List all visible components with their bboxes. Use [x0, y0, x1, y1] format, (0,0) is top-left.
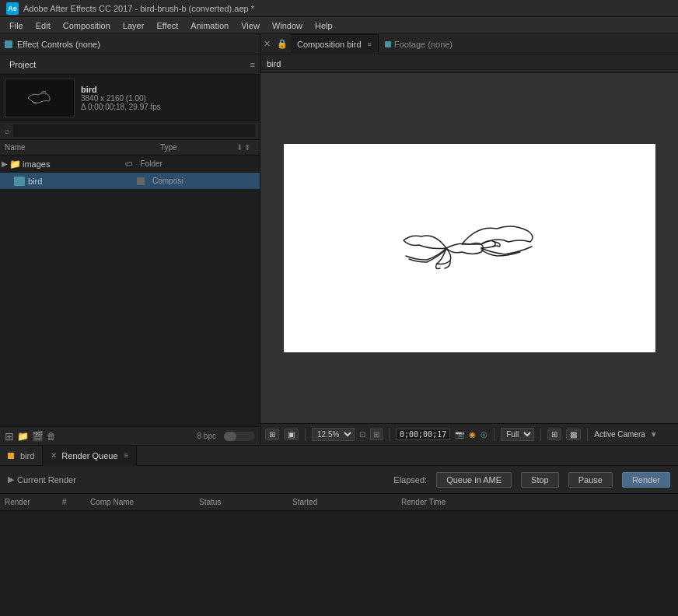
- render-table-header: Render # Comp Name Status Started Render…: [0, 494, 678, 511]
- separator-5: [587, 429, 588, 441]
- quality-select[interactable]: Full: [501, 428, 534, 441]
- menu-bar: File Edit Composition Layer Effect Anima…: [0, 17, 678, 34]
- render-btn[interactable]: Render: [622, 472, 670, 488]
- col-num: #: [62, 498, 86, 506]
- project-expand-icon[interactable]: ≡: [250, 60, 255, 69]
- comp-type-icon: [137, 177, 145, 185]
- comp-name: bird: [28, 177, 131, 186]
- camera-icon[interactable]: 📷: [455, 430, 464, 439]
- col-status: Status: [194, 498, 288, 506]
- menu-composition[interactable]: Composition: [57, 17, 117, 34]
- elapsed-label-text: Elapsed:: [393, 475, 427, 485]
- comp-bird-inner-tab: bird: [260, 54, 678, 73]
- thumbnail-info: bird 3840 x 2160 (1.00) Δ 0;00;00;18, 29…: [81, 85, 161, 111]
- stop-btn[interactable]: Stop: [521, 472, 559, 488]
- separator-2: [389, 429, 390, 441]
- active-camera-label: Active Camera: [594, 430, 645, 439]
- menu-effect[interactable]: Effect: [150, 17, 184, 34]
- project-item-resolution: 3840 x 2160 (1.00): [81, 94, 161, 103]
- delete-icon-btn[interactable]: 🗑: [47, 431, 56, 442]
- folder-tag-icon: 🏷: [125, 159, 133, 168]
- viewer-controls: ⊞ ▣ 12.5% ⊡ ⊞ 0;00;00;17 📷 ◉ ◎ Full ⊞ ▩ …: [260, 423, 678, 445]
- title-bar: Ae Adobe After Effects CC 2017 - bird-br…: [0, 0, 678, 17]
- render-table-body: [0, 511, 678, 616]
- folder-icon: 📁: [9, 159, 21, 170]
- close-panel-icon[interactable]: ✕: [260, 39, 274, 49]
- transparency-btn[interactable]: ▩: [566, 429, 581, 440]
- comp-icon: [14, 177, 25, 186]
- project-panel-header: Project ≡: [0, 54, 260, 75]
- search-input[interactable]: [13, 124, 255, 137]
- left-panel-bottom: ⊞ 📁 🎬 🗑 8 bpc: [0, 426, 260, 445]
- comp-footage-tabs: ✕ 🔒 Composition bird ≡ Footage (none): [260, 34, 678, 54]
- camera-dropdown-icon[interactable]: ▼: [650, 430, 658, 439]
- pause-btn[interactable]: Pause: [568, 472, 613, 488]
- col-header-type: Type: [156, 143, 236, 152]
- col-header-name: Name: [0, 143, 140, 152]
- zoom-icon[interactable]: ⊞: [370, 429, 383, 440]
- menu-file[interactable]: File: [3, 17, 30, 34]
- menu-help[interactable]: Help: [309, 17, 339, 34]
- menu-view[interactable]: View: [235, 17, 266, 34]
- comp-type: Composi: [148, 177, 260, 185]
- effect-controls-dot: [5, 40, 12, 48]
- menu-window[interactable]: Window: [266, 17, 309, 34]
- color-mode-slider[interactable]: [224, 432, 255, 441]
- composition-icon-btn[interactable]: 🎬: [32, 431, 44, 442]
- composition-tab[interactable]: Composition bird ≡: [291, 34, 379, 54]
- list-item[interactable]: ▶ 📁 images 🏷 Folder: [0, 156, 260, 173]
- current-render-arrow[interactable]: ▶: [8, 474, 14, 485]
- timecode-display[interactable]: 0;00;00;17: [396, 429, 450, 440]
- effect-controls-label: Effect Controls (none): [17, 40, 100, 49]
- viewer-grid-btn[interactable]: ▣: [284, 429, 299, 440]
- col-render-time: Render Time: [397, 498, 678, 506]
- file-list: ▶ 📁 images 🏷 Folder bird Composi: [0, 156, 260, 426]
- queue-in-ame-btn[interactable]: Queue in AME: [436, 472, 512, 488]
- center-right-panel: ✕ 🔒 Composition bird ≡ Footage (none) bi…: [260, 34, 678, 445]
- separator-1: [305, 429, 306, 441]
- tab-bird-dot: [8, 453, 14, 459]
- col-started: Started: [288, 498, 397, 506]
- thumbnail-image: [5, 79, 75, 117]
- bottom-panel: bird ✕ Render Queue ≡ ▶ Current Render E…: [0, 445, 678, 616]
- footage-dot: [385, 41, 391, 47]
- tab-bird[interactable]: bird: [0, 446, 43, 466]
- new-item-icon[interactable]: ⊞: [5, 430, 14, 443]
- file-list-header: Name Type ⬇ ⬆: [0, 140, 260, 156]
- fast-preview-btn[interactable]: ⊞: [547, 429, 561, 440]
- main-layout: Effect Controls (none) Project ≡: [0, 34, 678, 445]
- svg-rect-0: [9, 81, 71, 115]
- render-queue-content: ▶ Current Render Elapsed: Queue in AME S…: [0, 466, 678, 616]
- title-text: Adobe After Effects CC 2017 - bird-brush…: [23, 4, 254, 13]
- comp-tab-label: Composition bird: [297, 40, 362, 49]
- current-render-section: ▶ Current Render: [8, 474, 76, 485]
- color-picker-icon[interactable]: ◉: [469, 430, 476, 439]
- col-comp-name: Comp Name: [86, 498, 194, 506]
- lock-icon[interactable]: 🔒: [274, 39, 291, 49]
- thumbnail-area: bird 3840 x 2160 (1.00) Δ 0;00;00;18, 29…: [0, 75, 260, 121]
- project-item-name: bird: [81, 85, 161, 94]
- viewer-region-btn[interactable]: ⊞: [265, 429, 279, 440]
- tab-rq-close[interactable]: ✕: [51, 451, 57, 460]
- left-panel: Effect Controls (none) Project ≡: [0, 34, 260, 445]
- elapsed-section: Elapsed:: [393, 475, 427, 485]
- footage-label: Footage (none): [394, 40, 453, 49]
- tab-rq-menu-icon[interactable]: ≡: [124, 451, 129, 460]
- menu-animation[interactable]: Animation: [184, 17, 235, 34]
- list-item[interactable]: bird Composi: [0, 173, 260, 190]
- tab-render-queue[interactable]: ✕ Render Queue ≡: [43, 446, 137, 466]
- zoom-fit-icon[interactable]: ⊡: [359, 430, 365, 439]
- col-render: Render: [0, 498, 47, 506]
- color-wheel-icon[interactable]: ◎: [481, 430, 488, 439]
- menu-layer[interactable]: Layer: [117, 17, 151, 34]
- comp-tab-menu-icon[interactable]: ≡: [368, 40, 372, 48]
- timeline-tabs: bird ✕ Render Queue ≡: [0, 446, 678, 466]
- zoom-select[interactable]: 12.5%: [312, 428, 355, 441]
- menu-edit[interactable]: Edit: [30, 17, 57, 34]
- current-render-label: Current Render: [17, 475, 76, 485]
- render-controls-bar: ▶ Current Render Elapsed: Queue in AME S…: [0, 466, 678, 494]
- footage-tab[interactable]: Footage (none): [379, 34, 459, 54]
- bpc-indicator[interactable]: 8 bpc: [197, 432, 216, 440]
- project-tab[interactable]: Project: [5, 58, 40, 71]
- folder-icon-btn[interactable]: 📁: [17, 431, 29, 442]
